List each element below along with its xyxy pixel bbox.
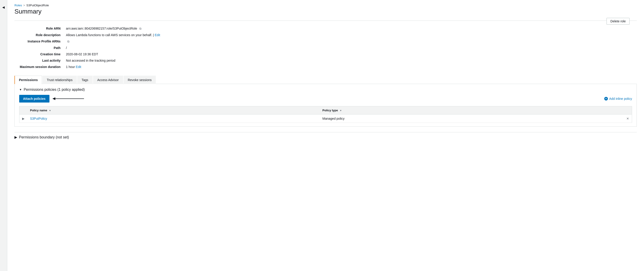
policy-name-link[interactable]: S3PutPolicy	[30, 117, 47, 120]
edit-description-link[interactable]: Edit	[155, 33, 160, 37]
header-row: Summary Delete role	[14, 8, 637, 21]
field-value-role-description: Allows Lambda functions to call AWS serv…	[64, 32, 637, 38]
field-label-role-arn: Role ARN	[14, 25, 64, 32]
summary-row-last-activity: Last activity Not accessed in the tracki…	[14, 57, 637, 64]
col-policy-name[interactable]: Policy name ▼	[27, 106, 320, 114]
policy-type-value: Managed policy	[322, 117, 344, 120]
breadcrumb-separator: >	[23, 4, 25, 7]
col-policy-type[interactable]: Policy type ▼	[320, 106, 624, 114]
policy-table-body: ▶ S3PutPolicy Managed policy ✕	[20, 114, 632, 123]
policy-type-label: Policy type	[322, 109, 338, 112]
attach-policies-button[interactable]: Attach policies	[19, 95, 50, 102]
edit-session-duration-link[interactable]: Edit	[76, 65, 81, 69]
field-value-path: /	[64, 45, 637, 51]
summary-row-instance-profile: Instance Profile ARNs ⧉	[14, 38, 637, 45]
col-expand	[20, 106, 28, 114]
collapse-arrow-icon: ▼	[19, 88, 22, 91]
field-value-session-duration: 1 hour Edit	[64, 64, 637, 70]
summary-row-session-duration: Maximum session duration 1 hour Edit	[14, 64, 637, 70]
breadcrumb-current: S3PutObjectRole	[26, 4, 49, 7]
page-title: Summary	[14, 8, 42, 15]
copy-instance-profile-icon[interactable]: ⧉	[67, 40, 69, 43]
svg-marker-1	[52, 97, 55, 100]
boundary-expand-icon: ▶	[14, 135, 17, 139]
summary-row-role-description: Role description Allows Lambda functions…	[14, 32, 637, 38]
field-label-session-duration: Maximum session duration	[14, 64, 64, 70]
policy-name-cell: S3PutPolicy	[27, 114, 320, 123]
tabs-list: Permissions Trust relationships Tags Acc…	[14, 76, 637, 84]
table-row: ▶ S3PutPolicy Managed policy ✕	[20, 114, 632, 123]
tab-trust-relationships[interactable]: Trust relationships	[42, 76, 77, 84]
copy-arn-icon[interactable]: ⧉	[139, 27, 141, 30]
role-arn-value: arn:aws:iam::804206982157:role/S3PutObje…	[66, 27, 137, 30]
role-description-text: Allows Lambda functions to call AWS serv…	[66, 33, 152, 37]
session-duration-text: 1 hour	[66, 65, 76, 69]
field-label-path: Path	[14, 45, 64, 51]
pipe-separator: |	[153, 33, 155, 37]
policy-type-sort-icon: ▼	[340, 109, 342, 112]
tab-tags[interactable]: Tags	[77, 76, 92, 84]
permissions-section: ▼ Permissions policies (1 policy applied…	[14, 84, 637, 127]
add-inline-policy-link[interactable]: + Add inline policy	[604, 97, 632, 100]
breadcrumb: Roles > S3PutObjectRole	[14, 4, 637, 7]
field-label-role-description: Role description	[14, 32, 64, 38]
page-wrapper: ◀ Roles > S3PutObjectRole Summary Delete…	[0, 0, 644, 271]
field-label-creation-time: Creation time	[14, 51, 64, 57]
boundary-header[interactable]: ▶ Permissions boundary (not set)	[14, 132, 637, 142]
delete-role-button[interactable]: Delete role	[606, 18, 630, 24]
breadcrumb-roles-link[interactable]: Roles	[14, 4, 22, 7]
main-content: Roles > S3PutObjectRole Summary Delete r…	[7, 0, 644, 271]
field-value-role-arn: arn:aws:iam::804206982157:role/S3PutObje…	[64, 25, 637, 32]
attach-policies-group: Attach policies	[19, 95, 88, 102]
policy-table-header: Policy name ▼ Policy type ▼	[20, 106, 632, 114]
remove-policy-button[interactable]: ✕	[624, 114, 632, 123]
sidebar-toggle-icon: ◀	[2, 6, 5, 9]
plus-icon: +	[604, 97, 608, 100]
permissions-policies-header[interactable]: ▼ Permissions policies (1 policy applied…	[19, 88, 632, 92]
tab-permissions[interactable]: Permissions	[14, 76, 42, 84]
tab-revoke-sessions[interactable]: Revoke sessions	[124, 76, 156, 84]
row-expand-icon[interactable]: ▶	[20, 114, 28, 123]
add-inline-policy-group: + Add inline policy	[604, 97, 632, 100]
col-remove	[624, 106, 632, 114]
policies-toolbar: Attach policies + Add inline policy	[19, 95, 632, 102]
arrow-annotation	[51, 95, 88, 102]
summary-row-role-arn: Role ARN arn:aws:iam::804206982157:role/…	[14, 25, 637, 32]
tabs-container: Permissions Trust relationships Tags Acc…	[14, 76, 637, 84]
summary-table: Role ARN arn:aws:iam::804206982157:role/…	[14, 25, 637, 70]
boundary-section: ▶ Permissions boundary (not set)	[14, 132, 637, 142]
summary-row-creation-time: Creation time 2020-08-02 19:36 EDT	[14, 51, 637, 57]
policy-name-label: Policy name	[30, 109, 47, 112]
field-value-instance-profile: ⧉	[64, 38, 637, 45]
policy-type-cell: Managed policy	[320, 114, 624, 123]
field-label-instance-profile: Instance Profile ARNs	[14, 38, 64, 45]
tab-access-advisor[interactable]: Access Advisor	[93, 76, 123, 84]
permissions-policies-title: Permissions policies (1 policy applied)	[24, 88, 85, 92]
field-value-creation-time: 2020-08-02 19:36 EDT	[64, 51, 637, 57]
summary-row-path: Path /	[14, 45, 637, 51]
sidebar-toggle[interactable]: ◀	[0, 0, 7, 271]
field-label-last-activity: Last activity	[14, 57, 64, 64]
field-value-last-activity: Not accessed in the tracking period	[64, 57, 637, 64]
boundary-title: Permissions boundary (not set)	[19, 135, 69, 139]
policy-name-sort-icon: ▼	[49, 109, 51, 112]
policy-table: Policy name ▼ Policy type ▼ ▶	[19, 106, 632, 123]
